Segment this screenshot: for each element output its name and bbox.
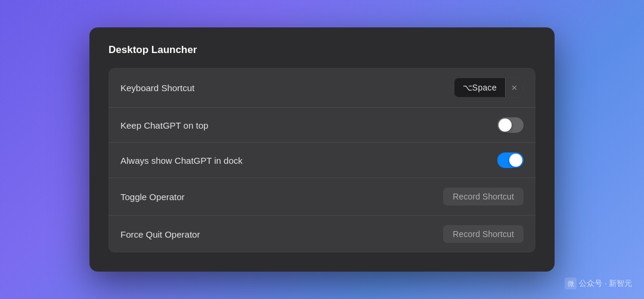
always-show-dock-toggle[interactable] [497,152,524,168]
watermark: 微 公众号 · 新智元 [565,278,632,289]
force-quit-operator-row: Force Quit Operator Record Shortcut [109,216,535,253]
toggle-operator-label: Toggle Operator [120,192,185,202]
force-quit-operator-label: Force Quit Operator [120,229,200,239]
keyboard-shortcut-row: Keyboard Shortcut ⌥Space ✕ [109,68,535,108]
watermark-text: 公众号 · 新智元 [579,278,632,289]
panel-title: Desktop Launcher [109,44,535,56]
watermark-icon: 微 [565,278,577,289]
settings-container: Keyboard Shortcut ⌥Space ✕ Keep ChatGPT … [109,68,535,253]
keep-on-top-row: Keep ChatGPT on top [109,108,535,143]
close-icon: ✕ [511,83,518,92]
keep-on-top-toggle[interactable] [497,117,524,133]
keyboard-shortcut-label: Keyboard Shortcut [120,83,194,93]
keep-on-top-label: Keep ChatGPT on top [120,120,208,130]
always-show-dock-label: Always show ChatGPT in dock [120,155,243,166]
force-quit-operator-record-button[interactable]: Record Shortcut [443,225,524,243]
shortcut-pill: ⌥Space ✕ [454,77,524,98]
shortcut-value: ⌥Space [454,79,506,96]
toggle-operator-record-button[interactable]: Record Shortcut [443,188,524,205]
shortcut-clear-button[interactable]: ✕ [505,78,523,97]
always-show-dock-row: Always show ChatGPT in dock [109,143,535,178]
toggle-knob-on [509,154,522,167]
toggle-operator-row: Toggle Operator Record Shortcut [109,178,535,216]
toggle-knob [499,119,512,132]
settings-panel: Desktop Launcher Keyboard Shortcut ⌥Spac… [89,27,555,272]
